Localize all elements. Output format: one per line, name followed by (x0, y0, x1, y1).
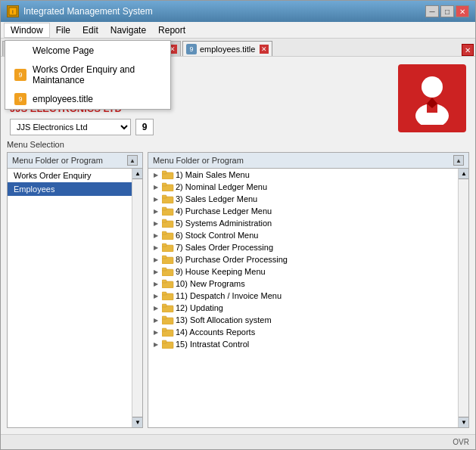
company-number: 9 (135, 119, 154, 135)
svg-rect-35 (162, 304, 166, 307)
title-bar-left: i Integrated Management System (7, 5, 153, 17)
employees-tab-icon: 9 (14, 93, 26, 105)
tree-item-3[interactable]: ▶ 3) Sales Ledger Menu (148, 193, 458, 205)
left-scrollbar: ▲ ▼ (132, 169, 142, 427)
left-panel-scroll-up[interactable]: ▲ (127, 155, 138, 166)
tree-item-5[interactable]: ▶ 5) Systems Administration (148, 217, 458, 229)
tree-arrow-12: ▶ (151, 303, 160, 312)
tree-arrow-6: ▶ (151, 231, 160, 240)
tree-label-8: 8) Purchase Order Processing (176, 255, 288, 264)
folder-icon-7 (162, 243, 174, 252)
status-bar: OVR (1, 434, 475, 449)
tree-item-2[interactable]: ▶ 2) Nominal Ledger Menu (148, 181, 458, 193)
dropdown-item-employees[interactable]: 9 employees.title (5, 89, 170, 109)
dropdown-item-works-order[interactable]: 9 Works Order Enquiry and Maintanance (5, 61, 170, 89)
tree-label-2: 2) Nominal Ledger Menu (176, 182, 267, 191)
folder-icon-13 (162, 315, 174, 324)
right-panel-header-label: Menu Folder or Program (153, 156, 244, 165)
works-order-label: Works Order Enquiry and Maintanance (33, 64, 161, 85)
svg-rect-13 (162, 171, 166, 174)
left-scroll-bot[interactable]: ▼ (132, 417, 142, 427)
folder-icon-2 (162, 182, 174, 191)
svg-rect-33 (162, 292, 166, 295)
folder-icon-3 (162, 194, 174, 203)
svg-text:i: i (12, 8, 14, 15)
left-item-works-order[interactable]: Works Order Enquiry (8, 169, 132, 182)
tree-label-14: 14) Accounts Reports (176, 327, 255, 337)
tree-arrow-4: ▶ (151, 206, 160, 216)
tree-item-4[interactable]: ▶ 4) Purchase Ledger Menu (148, 205, 458, 217)
tree-arrow-1: ▶ (151, 170, 160, 179)
tree-arrow-14: ▶ (151, 327, 160, 337)
right-panel: Menu Folder or Program ▲ ▶ 1) Main Sales… (148, 152, 469, 428)
right-scroll-top[interactable]: ▲ (459, 169, 468, 179)
window-title: Integrated Management System (23, 6, 153, 17)
folder-icon-12 (162, 303, 174, 312)
menu-file[interactable]: File (50, 23, 76, 37)
left-panel-items: Works Order Enquiry Employees (8, 169, 132, 427)
status-text: OVR (453, 438, 469, 446)
folder-icon-5 (162, 219, 174, 228)
svg-rect-23 (162, 231, 166, 234)
tree-label-4: 4) Purchase Ledger Menu (176, 206, 272, 216)
svg-rect-19 (162, 207, 166, 210)
tab-employees[interactable]: 9 employees.title ✕ (182, 41, 272, 56)
svg-rect-41 (162, 340, 166, 343)
menu-window[interactable]: Window Welcome Page 9 Works Order Enquir… (4, 23, 50, 38)
minimize-button[interactable]: ─ (425, 5, 439, 17)
svg-rect-25 (162, 244, 166, 247)
tree-item-6[interactable]: ▶ 6) Stock Control Menu (148, 229, 458, 241)
tab-label-employees: employees.title (200, 45, 255, 54)
tree-label-6: 6) Stock Control Menu (176, 231, 258, 240)
tree-arrow-7: ▶ (151, 243, 160, 252)
left-scroll-top[interactable]: ▲ (132, 169, 142, 179)
company-select[interactable]: JJS Electronics Ltd (10, 119, 131, 135)
tree-item-10[interactable]: ▶ 10) New Programs (148, 278, 458, 290)
tab-bar-close[interactable]: ✕ (462, 44, 474, 56)
tree-item-15[interactable]: ▶ 15) Intrastat Control (148, 338, 458, 350)
employees-label: employees.title (33, 94, 93, 104)
user-avatar (398, 64, 466, 132)
tree-item-11[interactable]: ▶ 11) Despatch / Invoice Menu (148, 290, 458, 302)
tree-label-3: 3) Sales Ledger Menu (176, 194, 257, 203)
tree-arrow-3: ▶ (151, 194, 160, 203)
tree-item-13[interactable]: ▶ 13) Soft Allocation system (148, 314, 458, 326)
maximize-button[interactable]: □ (440, 5, 454, 17)
right-panel-scroll-up[interactable]: ▲ (453, 155, 464, 166)
tree-arrow-5: ▶ (151, 219, 160, 228)
svg-rect-21 (162, 219, 166, 222)
right-panel-scroll-wrap: ▶ 1) Main Sales Menu ▶ 2) Nominal Ledger… (148, 169, 468, 427)
tree-label-15: 15) Intrastat Control (176, 340, 249, 349)
tree-item-12[interactable]: ▶ 12) Updating (148, 302, 458, 314)
works-order-tab-icon: 9 (14, 69, 26, 81)
menu-report[interactable]: Report (152, 23, 191, 37)
welcome-label: Welcome Page (33, 45, 94, 56)
tree-item-9[interactable]: ▶ 9) House Keeping Menu (148, 265, 458, 278)
tree-arrow-2: ▶ (151, 182, 160, 191)
menu-navigate[interactable]: Navigate (104, 23, 152, 37)
main-content: J J S JJS ELECTRONICS LTD JJS Electronic… (1, 57, 475, 434)
folder-icon-9 (162, 267, 174, 276)
select-row: JJS Electronics Ltd 9 (10, 119, 154, 135)
tab-close-employees[interactable]: ✕ (260, 45, 269, 54)
tree-label-11: 11) Despatch / Invoice Menu (176, 291, 282, 300)
left-scroll-track[interactable] (132, 179, 142, 417)
tree-item-7[interactable]: ▶ 7) Sales Order Processing (148, 241, 458, 253)
svg-rect-15 (162, 183, 166, 186)
tree-item-8[interactable]: ▶ 8) Purchase Order Processing (148, 253, 458, 265)
folder-icon-10 (162, 279, 174, 288)
close-button[interactable]: ✕ (456, 5, 469, 17)
svg-rect-17 (162, 195, 166, 198)
dropdown-item-welcome[interactable]: Welcome Page (5, 41, 170, 61)
menu-edit[interactable]: Edit (76, 23, 104, 37)
tree-arrow-8: ▶ (151, 255, 160, 264)
folder-icon-11 (162, 291, 174, 300)
tree-label-9: 9) House Keeping Menu (176, 267, 266, 276)
left-panel-header-label: Menu Folder or Program (12, 156, 103, 165)
tree-label-7: 7) Sales Order Processing (176, 243, 273, 252)
left-item-employees[interactable]: Employees (8, 182, 132, 196)
right-scroll-track[interactable] (459, 179, 468, 417)
tree-item-14[interactable]: ▶ 14) Accounts Reports (148, 326, 458, 338)
tree-item-1[interactable]: ▶ 1) Main Sales Menu (148, 169, 458, 181)
right-scroll-bot[interactable]: ▼ (459, 417, 468, 427)
